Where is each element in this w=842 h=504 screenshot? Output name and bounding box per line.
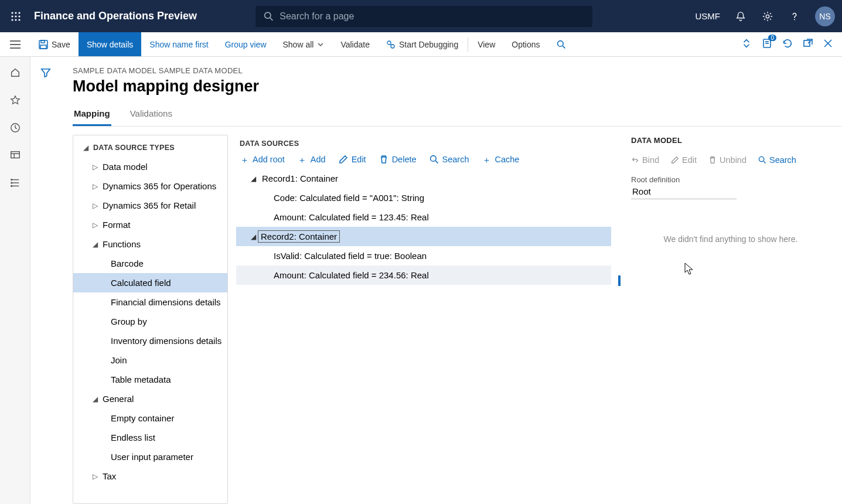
ds-record1-code[interactable]: Code: Calculated field = "A001": String <box>236 188 611 207</box>
gear-icon[interactable] <box>761 10 774 23</box>
dst-group-by[interactable]: Group by <box>73 312 227 331</box>
bell-icon[interactable] <box>734 10 747 23</box>
dst-calculated-field[interactable]: Calculated field <box>73 273 227 292</box>
tab-mapping[interactable]: Mapping <box>73 105 111 126</box>
root-definition-input[interactable] <box>631 184 737 199</box>
save-button[interactable]: Save <box>30 32 79 56</box>
ds-record2[interactable]: ◢Record2: Container <box>236 227 611 246</box>
delete-button[interactable]: Delete <box>379 155 417 164</box>
dst-user-input[interactable]: User input parameter <box>73 447 227 466</box>
dst-fin-dim[interactable]: Financial dimensions details <box>73 292 227 312</box>
dst-barcode[interactable]: Barcode <box>73 254 227 273</box>
add-button[interactable]: ＋Add <box>298 155 326 164</box>
dst-empty-container[interactable]: Empty container <box>73 408 227 428</box>
dst-functions[interactable]: ◢Functions <box>73 234 227 254</box>
ds-search-button[interactable]: Search <box>429 155 469 164</box>
svg-line-23 <box>563 46 565 48</box>
cache-button[interactable]: ＋Cache <box>482 155 520 164</box>
bind-button: Bind <box>631 155 659 165</box>
svg-point-2 <box>18 12 20 13</box>
help-icon[interactable] <box>788 10 801 23</box>
data-model-panel: DATA MODEL Bind Edit Unbind Search Root … <box>619 135 842 504</box>
svg-point-38 <box>11 182 12 183</box>
dst-header-row[interactable]: ◢DATA SOURCE TYPES <box>73 138 227 157</box>
actionbar-search-icon[interactable] <box>548 32 574 56</box>
dst-general[interactable]: ◢General <box>73 389 227 408</box>
tabs: Mapping Validations <box>73 105 842 127</box>
tab-validations[interactable]: Validations <box>129 105 173 126</box>
add-root-button[interactable]: ＋Add root <box>240 155 285 164</box>
validate-button[interactable]: Validate <box>332 32 378 56</box>
svg-rect-27 <box>804 40 810 46</box>
svg-point-12 <box>794 19 795 20</box>
app-title: Finance and Operations Preview <box>34 10 197 22</box>
hamburger-icon[interactable] <box>0 32 30 56</box>
svg-point-40 <box>430 156 436 162</box>
svg-point-5 <box>18 15 20 17</box>
svg-point-9 <box>265 12 271 18</box>
svg-rect-18 <box>40 45 46 49</box>
user-avatar[interactable]: NS <box>815 6 835 26</box>
dst-join[interactable]: Join <box>73 350 227 370</box>
breadcrumb: SAMPLE DATA MODEL SAMPLE DATA MODEL <box>73 66 842 75</box>
svg-point-6 <box>11 19 13 21</box>
ds-header: DATA SOURCES <box>236 135 611 148</box>
data-source-types-panel: ◢DATA SOURCE TYPES ▷Data model ▷Dynamics… <box>73 135 228 504</box>
svg-rect-17 <box>41 40 45 43</box>
start-debugging-button[interactable]: Start Debugging <box>378 32 466 56</box>
refresh-icon[interactable] <box>782 38 793 51</box>
show-all-dropdown[interactable]: Show all <box>275 32 333 56</box>
company-code[interactable]: USMF <box>696 11 721 21</box>
svg-rect-31 <box>11 152 19 158</box>
page-title: Model mapping designer <box>73 77 842 96</box>
edit-button[interactable]: Edit <box>339 155 366 164</box>
ds-record2-amount[interactable]: Amount: Calculated field = 234.56: Real <box>236 265 611 285</box>
svg-point-0 <box>11 12 13 13</box>
dst-data-model[interactable]: ▷Data model <box>73 157 227 176</box>
svg-point-39 <box>11 186 12 187</box>
svg-point-1 <box>15 12 16 13</box>
view-button[interactable]: View <box>469 32 503 56</box>
show-name-first-button[interactable]: Show name first <box>141 32 216 56</box>
modules-icon[interactable] <box>10 178 21 191</box>
filter-rail <box>30 57 61 504</box>
show-details-button[interactable]: Show details <box>79 32 141 56</box>
dst-tax[interactable]: ▷Tax <box>73 466 227 486</box>
svg-point-42 <box>759 156 763 161</box>
dst-format[interactable]: ▷Format <box>73 215 227 234</box>
close-icon[interactable] <box>823 39 833 50</box>
ds-record1[interactable]: ◢Record1: Container <box>236 169 611 188</box>
recent-icon[interactable] <box>10 122 21 136</box>
dst-endless-list[interactable]: Endless list <box>73 428 227 447</box>
dm-header: DATA MODEL <box>631 135 830 145</box>
star-icon[interactable] <box>10 95 21 108</box>
dst-inv-dim[interactable]: Inventory dimensions details <box>73 331 227 350</box>
options-button[interactable]: Options <box>503 32 548 56</box>
dst-d365-retail[interactable]: ▷Dynamics 365 for Retail <box>73 196 227 215</box>
workspace-icon[interactable] <box>10 150 21 164</box>
global-search-input[interactable] <box>279 11 584 22</box>
link-icon[interactable] <box>741 38 752 51</box>
svg-point-22 <box>557 40 563 46</box>
filter-icon[interactable] <box>40 67 51 504</box>
svg-point-11 <box>766 15 769 18</box>
popout-icon[interactable] <box>803 39 813 50</box>
group-view-button[interactable]: Group view <box>217 32 275 56</box>
dm-search-button[interactable]: Search <box>758 155 796 165</box>
svg-line-41 <box>435 161 438 163</box>
dm-edit-button: Edit <box>671 155 697 165</box>
attachments-icon[interactable]: 0 <box>762 38 772 51</box>
data-sources-panel: DATA SOURCES ＋Add root ＋Add Edit Delete … <box>228 135 619 504</box>
nav-rail <box>0 57 30 504</box>
app-launcher-icon[interactable] <box>7 8 25 25</box>
ds-record2-isvalid[interactable]: IsValid: Calculated field = true: Boolea… <box>236 246 611 265</box>
splitter-handle[interactable] <box>618 275 621 286</box>
topbar: Finance and Operations Preview USMF NS <box>0 0 842 32</box>
svg-point-7 <box>15 19 16 21</box>
home-icon[interactable] <box>10 67 21 81</box>
dst-table-metadata[interactable]: Table metadata <box>73 370 227 389</box>
global-search[interactable] <box>255 6 592 27</box>
ds-record1-amount[interactable]: Amount: Calculated field = 123.45: Real <box>236 207 611 227</box>
dst-d365-ops[interactable]: ▷Dynamics 365 for Operations <box>73 176 227 196</box>
svg-point-37 <box>11 179 12 181</box>
